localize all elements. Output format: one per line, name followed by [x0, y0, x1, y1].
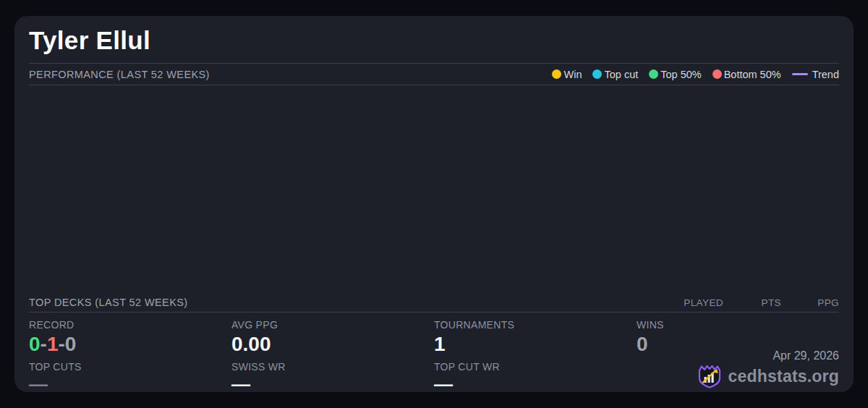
column-header-played: PLAYED	[665, 297, 723, 308]
trend-line-icon	[792, 73, 808, 75]
top-decks-heading: TOP DECKS (LAST 52 WEEKS)	[29, 297, 188, 308]
stat-label: TOP CUTS	[29, 361, 231, 373]
legend-label: Top 50%	[660, 69, 701, 80]
legend-item-top-50: Top 50%	[649, 69, 701, 80]
stat-record: RECORD 0-1-0 TOP CUTS —	[29, 319, 231, 399]
top-cut-dot-icon	[592, 69, 602, 79]
brand-name: cedhstats.org	[728, 367, 839, 386]
performance-header-row: PERFORMANCE (LAST 52 WEEKS) Win Top cut …	[29, 64, 839, 85]
top-50-dot-icon	[649, 69, 658, 79]
record-losses: 1	[47, 333, 59, 355]
legend-item-trend: Trend	[792, 69, 839, 80]
stat-label: SWISS WR	[231, 361, 434, 373]
legend-item-bottom-50: Bottom 50%	[712, 69, 781, 80]
stat-avg-ppg: AVG PPG 0.00 SWISS WR —	[231, 319, 434, 399]
record-wins: 0	[29, 333, 41, 355]
top-decks-header-row: TOP DECKS (LAST 52 WEEKS) PLAYED PTS PPG	[29, 293, 839, 313]
chart-legend: Win Top cut Top 50% Bottom 50% Trend	[552, 69, 839, 80]
performance-chart-area	[29, 85, 839, 293]
tournaments-value: 1	[434, 333, 637, 356]
date-label: Apr 29, 2026	[697, 349, 839, 362]
player-stats-card: Tyler Ellul PERFORMANCE (LAST 52 WEEKS) …	[14, 16, 854, 392]
cedhstats-shield-logo-icon	[697, 363, 723, 389]
legend-label: Top cut	[604, 69, 638, 80]
legend-label: Win	[563, 69, 582, 80]
record-draws: 0	[65, 333, 77, 355]
top-cuts-value: —	[29, 375, 231, 394]
bottom-50-dot-icon	[712, 69, 722, 79]
win-dot-icon	[552, 69, 561, 79]
avg-ppg-value: 0.00	[231, 333, 434, 356]
stat-tournaments: TOURNAMENTS 1 TOP CUT WR —	[434, 319, 637, 399]
top-cut-wr-value: —	[434, 375, 637, 394]
column-header-pts: PTS	[723, 297, 781, 308]
swiss-wr-value: —	[231, 375, 434, 394]
card-footer: Apr 29, 2026 cedhstats.org	[697, 349, 839, 389]
record-value: 0-1-0	[29, 333, 231, 356]
stat-label: RECORD	[29, 319, 231, 331]
page-title: Tyler Ellul	[29, 26, 839, 55]
top-decks-columns: PLAYED PTS PPG	[665, 297, 839, 308]
performance-heading: PERFORMANCE (LAST 52 WEEKS)	[29, 69, 210, 80]
legend-item-top-cut: Top cut	[592, 69, 638, 80]
legend-label: Bottom 50%	[724, 69, 781, 80]
stat-label: TOURNAMENTS	[434, 319, 637, 331]
stat-label: AVG PPG	[231, 319, 434, 331]
stat-label: WINS	[637, 319, 839, 331]
brand-row: cedhstats.org	[697, 363, 839, 389]
stat-label: TOP CUT WR	[434, 361, 637, 373]
legend-item-win: Win	[552, 69, 582, 80]
card-header: Tyler Ellul	[29, 16, 839, 64]
record-sep: -	[58, 333, 64, 355]
record-sep: -	[41, 333, 47, 355]
legend-label: Trend	[812, 69, 839, 80]
column-header-ppg: PPG	[781, 297, 839, 308]
